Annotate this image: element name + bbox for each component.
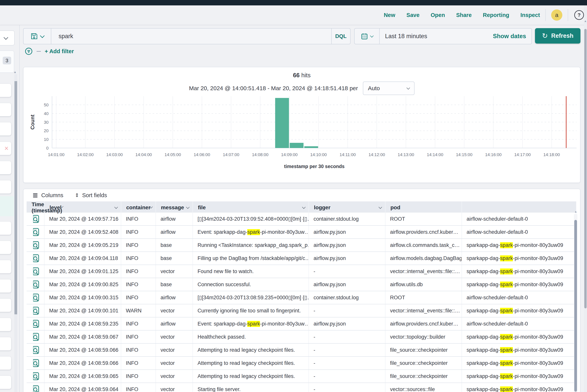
field-card[interactable] xyxy=(0,241,11,254)
cell-pod: sparkapp-dag-spark-pi-monitor-80y3uw09 xyxy=(462,239,576,252)
topnav-link-save[interactable]: Save xyxy=(406,12,420,18)
table-scroll-up-icon[interactable]: ▲ xyxy=(574,210,577,213)
expand-row-button[interactable] xyxy=(26,212,44,225)
column-header-time[interactable]: Time (timestamp) xyxy=(26,202,44,214)
field-card[interactable] xyxy=(0,356,11,370)
table-header-row: Time (timestamp)levelcontainermessagefil… xyxy=(26,202,576,212)
cell-logger: vector::internal_events::file::… xyxy=(386,304,462,317)
cell-container: airflow xyxy=(156,226,193,238)
field-card[interactable] xyxy=(0,180,11,194)
cell-file: airflow.py.json xyxy=(309,252,386,264)
app-header: NewSaveOpenShareReportingInspect a ? xyxy=(0,6,587,25)
header-divider xyxy=(545,9,546,21)
column-header-level[interactable]: level xyxy=(44,202,121,214)
avatar[interactable]: a xyxy=(551,10,562,20)
cell-logger: airflow.cli.commands.task_c… xyxy=(386,239,462,252)
cell-container: airflow xyxy=(156,291,193,304)
table-row: Mar 20, 2024 @ 14:09:01.125INFOvectorFou… xyxy=(26,265,576,278)
columns-button[interactable]: Columns xyxy=(32,192,63,198)
column-header-pod[interactable]: pod xyxy=(386,202,462,214)
field-card[interactable] xyxy=(0,84,11,97)
svg-text:14:04:00: 14:04:00 xyxy=(135,152,152,157)
remove-field-icon[interactable]: × xyxy=(4,144,8,152)
expand-row-button[interactable] xyxy=(26,304,44,317)
expand-row-button[interactable] xyxy=(26,318,44,330)
cell-logger: airflow.models.dagbag.DagBag xyxy=(386,252,462,264)
topnav-link-reporting[interactable]: Reporting xyxy=(483,12,509,18)
topnav-link-new[interactable]: New xyxy=(384,12,395,18)
help-icon[interactable]: ? xyxy=(574,10,584,20)
page-scrollbar-thumb[interactable] xyxy=(584,29,586,308)
field-card[interactable] xyxy=(0,122,11,136)
sort-fields-button[interactable]: ⇕ Sort fields xyxy=(75,192,107,198)
sidebar-scrollbar[interactable] xyxy=(14,74,17,392)
cell-file: airflow.py.json xyxy=(309,226,386,238)
header-divider xyxy=(568,9,568,21)
svg-text:14:07:00: 14:07:00 xyxy=(223,152,239,157)
saved-query-button[interactable] xyxy=(24,28,51,44)
field-card[interactable] xyxy=(0,260,11,273)
date-quick-select-button[interactable] xyxy=(354,28,380,44)
expand-row-button[interactable] xyxy=(26,252,44,264)
svg-text:30: 30 xyxy=(44,120,48,125)
time-range-value[interactable]: Last 18 minutes xyxy=(380,33,493,40)
expand-row-button[interactable] xyxy=(26,383,44,392)
sidebar-collapse-button[interactable] xyxy=(0,30,15,46)
cell-level: INFO xyxy=(121,383,156,392)
field-card[interactable] xyxy=(0,161,11,174)
cell-level: INFO xyxy=(121,330,156,343)
expand-row-button[interactable] xyxy=(26,278,44,291)
expand-row-button[interactable] xyxy=(26,370,44,382)
add-filter-button[interactable]: + Add filter xyxy=(45,48,74,54)
field-card[interactable] xyxy=(0,337,11,350)
cell-logger: vector::topology::builder xyxy=(386,330,462,343)
table-scrollbar-thumb[interactable] xyxy=(574,220,577,392)
field-card[interactable] xyxy=(0,103,11,116)
field-card[interactable] xyxy=(0,280,11,292)
expand-row-button[interactable] xyxy=(26,344,44,356)
cell-message: Running <TaskInstance: sparkapp_dag.spar… xyxy=(193,239,309,252)
topnav-link-open[interactable]: Open xyxy=(431,12,445,18)
expand-row-button[interactable] xyxy=(26,265,44,278)
search-term-highlight: spark xyxy=(500,282,513,288)
field-card[interactable] xyxy=(0,222,11,235)
expand-row-button[interactable] xyxy=(26,226,44,238)
filter-row: + Add filter xyxy=(25,47,74,56)
expand-document-icon xyxy=(32,293,39,302)
expand-row-button[interactable] xyxy=(26,357,44,370)
field-card[interactable] xyxy=(0,299,11,312)
cell-logger: vector::internal_events::file::… xyxy=(386,265,462,278)
page-scrollbar[interactable] xyxy=(584,6,587,392)
field-card[interactable] xyxy=(0,318,11,331)
cell-pod: sparkapp-dag-spark-pi-monitor-80y3uw09 xyxy=(462,278,576,291)
filter-settings-icon[interactable] xyxy=(25,47,33,55)
svg-text:14:17:00: 14:17:00 xyxy=(514,152,531,157)
cell-message: Attempting to read legacy checkpoint fil… xyxy=(193,370,309,382)
dql-button[interactable]: DQL xyxy=(331,28,350,44)
column-header-container[interactable]: container xyxy=(121,202,156,214)
interval-select[interactable]: Auto xyxy=(363,82,414,95)
field-card[interactable] xyxy=(0,376,11,389)
field-card[interactable]: × xyxy=(0,142,11,155)
discover-page: NewSaveOpenShareReportingInspect a ? 3 ▲… xyxy=(0,0,587,392)
time-range-subtitle: Mar 20, 2024 @ 14:00:51.418 - Mar 20, 20… xyxy=(189,85,358,92)
topnav-link-share[interactable]: Share xyxy=(456,12,472,18)
table-scrollbar[interactable] xyxy=(574,214,577,392)
refresh-button[interactable]: ↻ Refresh xyxy=(535,28,580,44)
cell-container: vector xyxy=(156,370,193,382)
sidebar-scroll-up-icon[interactable]: ▲ xyxy=(14,70,16,74)
topnav-link-inspect[interactable]: Inspect xyxy=(520,12,540,18)
expand-row-button[interactable] xyxy=(26,239,44,252)
cell-file: - xyxy=(309,357,386,370)
column-header-message[interactable]: message xyxy=(156,202,193,214)
search-input[interactable]: spark xyxy=(51,33,331,40)
browser-top-bar xyxy=(0,0,587,6)
search-term-highlight: spark xyxy=(500,386,513,392)
show-dates-link[interactable]: Show dates xyxy=(493,33,532,40)
expand-row-button[interactable] xyxy=(26,330,44,343)
column-header-file[interactable]: file xyxy=(193,202,309,214)
expand-row-button[interactable] xyxy=(26,291,44,304)
column-header-logger[interactable]: logger xyxy=(309,202,386,214)
page-scroll-up-icon[interactable]: ▲ xyxy=(584,19,587,22)
sidebar-scrollbar-thumb[interactable] xyxy=(14,81,17,314)
